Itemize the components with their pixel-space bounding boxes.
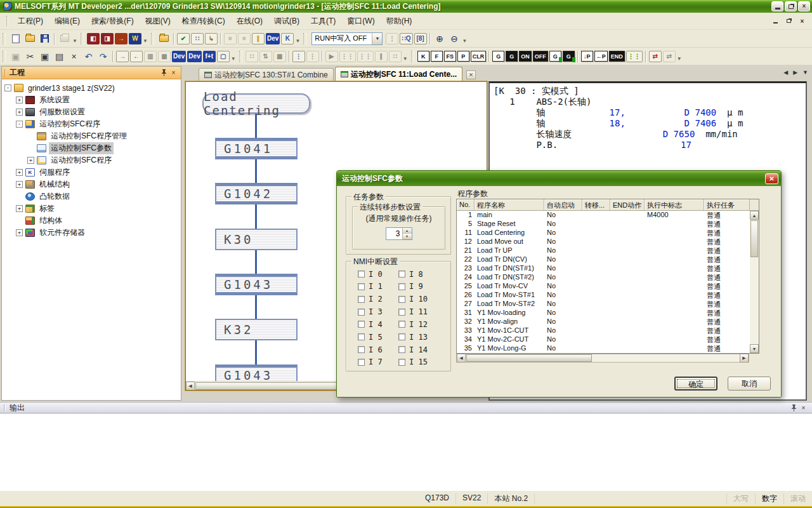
checkbox-icon[interactable] [398, 296, 405, 303]
monitor-setup-button[interactable]: ◨ [101, 33, 114, 44]
menu-debug[interactable]: 调试(B) [268, 13, 305, 29]
tab-sfc-130[interactable]: 运动控制SFC 130:ST#1 Combine [199, 68, 334, 81]
toolbar-overflow-icon[interactable]: ▼ [142, 32, 148, 45]
sfc-monitor-button[interactable]: ∷ [246, 51, 258, 62]
sfc-node-k32[interactable]: K32 [215, 319, 298, 340]
table-vertical-scrollbar[interactable]: ▲ ▼ [750, 211, 759, 353]
branch-button[interactable]: ⋮⋮ [626, 51, 643, 62]
menu-window[interactable]: 窗口(W) [341, 13, 380, 29]
step-delete-button[interactable]: ⋮ [306, 51, 319, 62]
toolbar-grip[interactable] [303, 33, 306, 44]
column-header-0[interactable]: No. [457, 199, 475, 210]
scroll-down-icon[interactable]: ▼ [750, 344, 759, 353]
tab-scroll-right-icon[interactable]: ▶ [793, 69, 797, 76]
tree-item-cam-data[interactable]: 凸轮数据 [3, 190, 180, 203]
nmi-checkbox-I8[interactable]: I 8 [398, 269, 439, 279]
tree-item-sfc-program[interactable]: +运动控制SFC程序 [3, 154, 180, 166]
sfc-node-k30[interactable]: K30 [215, 229, 298, 250]
toolbar-grip[interactable] [151, 33, 154, 44]
checkbox-icon[interactable] [358, 346, 365, 353]
pin-icon[interactable] [159, 69, 169, 77]
tree-expander-icon[interactable]: + [27, 157, 34, 164]
p-pointer-button[interactable]: P [457, 51, 469, 62]
table-row[interactable]: 11Load CenteringNo普通 [457, 229, 759, 237]
tree-expander-icon[interactable]: + [16, 229, 23, 236]
parallel-bars-button[interactable]: ∥ [375, 51, 388, 62]
menu-online[interactable]: 在线(O) [231, 13, 268, 29]
mdi-restore-button[interactable] [784, 17, 794, 25]
scroll-right-icon[interactable]: ▶ [740, 354, 749, 363]
nmi-checkbox-I11[interactable]: I 11 [398, 307, 439, 317]
redo-button[interactable]: ↷ [96, 50, 110, 64]
relay-assignment-button[interactable]: ∷ [191, 33, 204, 44]
column-header-1[interactable]: 程序名称 [475, 199, 544, 210]
scroll-left-icon[interactable]: ◀ [457, 354, 466, 363]
device-search-monitor-button[interactable]: Dev [187, 51, 201, 62]
checkbox-icon[interactable] [398, 346, 405, 353]
sfc-sort-button[interactable]: ⇅ [259, 51, 272, 62]
tree-expander-icon[interactable]: + [16, 109, 23, 116]
checkbox-icon[interactable] [398, 359, 405, 366]
communication-setup-button[interactable]: ▢ [217, 51, 230, 62]
checkbox-icon[interactable] [358, 283, 365, 290]
panel-close-icon[interactable]: × [799, 403, 808, 412]
table-row[interactable]: 34Y1 Mov-2C-CUTNo普通 [457, 335, 759, 344]
table-row[interactable]: 27Load Tr Mov-ST#2No普通 [457, 300, 759, 309]
spinner-down-icon[interactable]: ▼ [403, 234, 412, 239]
sfc-node-g1042[interactable]: G1042 [215, 183, 298, 204]
column-header-4[interactable]: END动作 [610, 199, 645, 210]
column-header-6[interactable]: 执行任务 [704, 199, 750, 210]
convert-run-button[interactable]: ▶ [325, 51, 338, 62]
compare-button[interactable]: ▦ [158, 51, 171, 62]
tree-item-root[interactable]: -grinder13 stage1 z(SV22) [3, 82, 180, 94]
menu-tools[interactable]: 工具(T) [305, 13, 341, 29]
tree-item-labels[interactable]: +标签 [3, 203, 180, 215]
nmi-checkbox-I10[interactable]: I 10 [398, 295, 439, 304]
nmi-checkbox-I9[interactable]: I 9 [398, 282, 439, 291]
step-insert-button[interactable]: ⋮ [292, 51, 305, 62]
tree-item-servo-program[interactable]: +K伺服程序 [3, 166, 180, 178]
table-row[interactable]: 33Y1 Mov-1C-CUTNo普通 [457, 326, 759, 335]
open-another-project-button[interactable] [157, 32, 171, 46]
steps-spinner[interactable]: 3 ▲ ▼ [386, 227, 412, 240]
device-test-button[interactable]: f+t [203, 51, 216, 62]
scroll-up-icon[interactable]: ▲ [750, 211, 759, 220]
sfc-node-g1041[interactable]: G1041 [215, 138, 298, 159]
tree-expander-icon[interactable]: - [16, 121, 23, 128]
menu-find-replace[interactable]: 搜索/替换(F) [86, 13, 140, 29]
toolbar-overflow-icon[interactable]: ▼ [72, 32, 78, 45]
table-row[interactable]: 12Load Move outNo普通 [457, 237, 759, 246]
sfc-grid-button[interactable]: ▦ [273, 51, 286, 62]
undo-button[interactable]: ↶ [81, 50, 96, 64]
chain-up-button[interactable]: ⋮⋮ [357, 51, 374, 62]
device-batch-monitor-button[interactable]: Dev [172, 51, 186, 62]
new-project-button[interactable] [8, 32, 23, 46]
tree-expander-icon[interactable]: + [16, 181, 23, 188]
clr-button[interactable]: CLR [471, 51, 487, 62]
table-row[interactable]: 1mainNoM4000普通 [457, 211, 759, 220]
toolbar-grip[interactable] [411, 51, 414, 62]
nmi-checkbox-I2[interactable]: I 2 [358, 295, 398, 304]
step-trace-button[interactable]: ⋮ [386, 33, 398, 44]
fs-control-button[interactable]: FS [444, 51, 456, 62]
f-control-button[interactable]: F [431, 51, 443, 62]
monitor-mode-button[interactable]: ◧ [87, 33, 100, 44]
tree-expander-icon[interactable]: + [16, 97, 23, 104]
zoom-in-button[interactable]: ⊕ [433, 32, 447, 46]
toolbar-overflow-icon[interactable]: ▼ [230, 50, 237, 63]
column-header-3[interactable]: 转移... [582, 199, 610, 210]
insert-row-button[interactable]: ∥ [252, 33, 265, 44]
chain-down-button[interactable]: ⋮⋮ [339, 51, 356, 62]
k-program-button[interactable]: K [417, 51, 429, 62]
table-row[interactable]: 21Load Tr UPNo普通 [457, 246, 759, 255]
table-horizontal-scrollbar[interactable]: ◀ ▶ [456, 354, 749, 363]
zoom-out-button[interactable]: ⊖ [447, 32, 462, 46]
scroll-thumb[interactable] [466, 354, 592, 362]
table-row[interactable]: 26Load Tr Mov-ST#1No普通 [457, 291, 759, 300]
menu-project[interactable]: 工程(P) [12, 13, 49, 29]
toolbar-grip[interactable] [3, 51, 6, 62]
device-sort-button[interactable]: K [281, 33, 294, 44]
table-row[interactable]: 22Load Tr DN(CV)No普通 [457, 255, 759, 264]
project-check-button[interactable]: ✔ [177, 33, 190, 44]
end-button[interactable]: END [609, 51, 625, 62]
